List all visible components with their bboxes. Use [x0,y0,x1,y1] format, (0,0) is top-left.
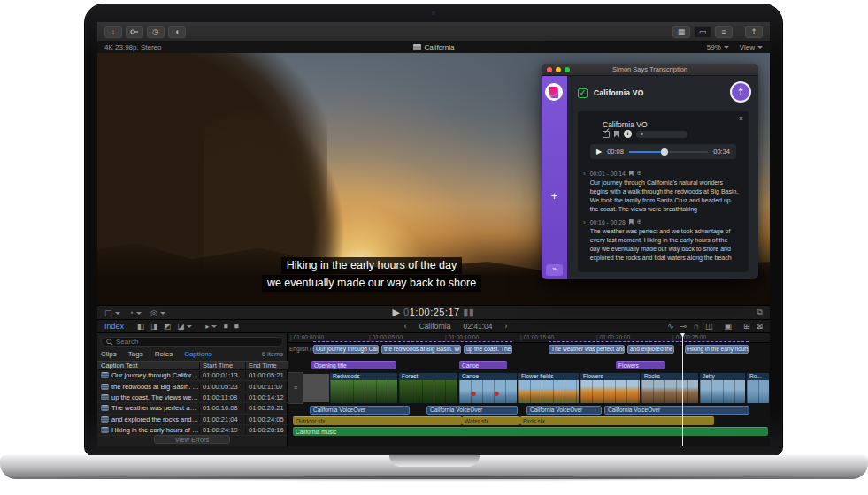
avatar[interactable] [545,83,563,101]
retime-dropdown[interactable]: ◔ [129,308,142,317]
caption-clip[interactable]: Our journey through California's ... [313,345,379,354]
caption-clip[interactable]: up the coast. The view... [464,345,512,354]
col-end-time[interactable]: End Time [245,362,288,369]
play-button[interactable]: ▶ [596,148,602,156]
voiceover-clip[interactable]: California VoiceOver [604,406,749,415]
voiceover-clip[interactable]: California VoiceOver [426,406,518,415]
zoom-level-dropdown[interactable]: 59% [707,43,729,51]
effects-dropdown[interactable]: ◎ [150,308,165,317]
voiceover-clip[interactable]: California VoiceOver [310,406,410,415]
sfx-clip[interactable]: Outdoor sfx [293,416,462,425]
viewer-display-dropdown[interactable]: ▢ [104,308,120,317]
view-dropdown[interactable]: View [740,43,763,51]
caption-clip[interactable]: the redwoods at Big Basin. We took the f… [381,345,461,354]
bookmark-icon[interactable] [629,219,634,225]
col-caption-text[interactable]: Caption Text [97,362,199,369]
video-clip[interactable]: Redwoods [329,372,398,404]
video-clip[interactable]: Flowers [580,372,641,404]
filmstrip-view-button[interactable]: ▦ [672,26,690,38]
view-errors-button[interactable]: View Errors [154,435,230,444]
caption-clip[interactable]: Hiking in the early hours of t... [685,345,749,354]
connect-clip-icon[interactable]: ◧ [137,322,144,331]
tab-tags[interactable]: Tags [128,350,143,358]
video-clip[interactable]: Rocks [641,372,699,404]
caption-clip[interactable]: The weather was perfect and we t... [549,345,625,354]
tab-clips[interactable]: Clips [101,350,117,358]
timeline-history-back[interactable]: ‹ [404,322,407,331]
video-clip[interactable]: Ro... [746,372,770,404]
skimming-icon[interactable]: ∿ [667,322,674,331]
table-row[interactable]: the redwoods at Big Basin. We t... 01:00… [97,381,288,392]
entry-timerange: 00:16 - 00:28 [590,219,626,225]
sfx-clip[interactable]: Birds sfx [520,416,714,425]
solo-icon[interactable]: ∩ [693,322,698,331]
audio-skimming-icon[interactable]: ⊸ [680,322,687,331]
export-button[interactable]: ↥ [730,81,751,103]
video-clip[interactable]: Forest [398,372,458,404]
simon-title-bar[interactable]: Simon Says Transcription [542,64,758,76]
search-input[interactable]: Search [101,337,283,346]
append-clip-icon[interactable]: ◩ [164,322,171,331]
transcript-entry[interactable]: › 00:01 - 00:14 ⊕ Our journey through Ca… [583,170,742,214]
timeline-appearance-icon[interactable]: ⊞ [743,322,750,331]
tab-roles[interactable]: Roles [155,350,173,358]
seek-slider[interactable] [629,151,708,153]
track-header-icon[interactable]: ≡ [288,372,303,404]
insert-clip-icon[interactable]: ◨ [150,322,157,331]
video-clip[interactable]: Canoe [458,372,518,404]
fullscreen-icon[interactable]: ⧉ [757,308,763,316]
toolbar-left-group: ↓ ◷ ◖ [104,26,186,38]
timeline-ruler[interactable]: 01:00:00:00 01:00:05:00 01:00:10:00 01:0… [288,333,770,343]
playhead[interactable] [682,333,683,446]
collapse-sidebar-button[interactable]: » [546,264,563,276]
timeline[interactable]: 01:00:00:00 01:00:05:00 01:00:10:00 01:0… [288,333,770,446]
marker-button[interactable]: ■ [234,322,239,331]
table-row[interactable]: The weather was perfect and w... 01:00:1… [97,403,288,414]
table-row[interactable]: and explored the rocks and tidal... 01:0… [97,415,288,425]
timeline-expand-icon[interactable]: ⊠ [756,322,763,331]
gap-clip[interactable] [303,374,329,402]
slider-thumb[interactable] [661,148,668,156]
bookmark-icon[interactable] [629,171,634,176]
voiceover-clip[interactable]: California VoiceOver [526,406,602,415]
audio-meters-icon[interactable]: ▣ [724,322,732,331]
video-clip[interactable]: Flower fields [518,372,580,404]
index-button[interactable]: Index [104,322,124,331]
globe-icon[interactable]: ⊕ [637,218,642,225]
format-info: 4K 23.98p, Stereo [104,43,281,51]
snapping-icon[interactable]: ◫ [705,322,713,331]
total-time: 00:34 [713,148,730,156]
add-project-button[interactable]: + [542,189,567,202]
tab-captions[interactable]: Captions [184,350,212,358]
keyword-editor-button[interactable] [126,26,143,38]
background-tasks-button[interactable]: ◷ [147,26,165,38]
share-button[interactable]: ↥ [745,26,763,38]
table-row[interactable]: Our journey through California's... 01:0… [97,370,288,381]
sfx-clip[interactable]: Water sfx [462,416,520,425]
import-media-button[interactable]: ↓ [104,26,122,38]
list-view-button[interactable]: ▭ [694,26,711,38]
table-row[interactable]: up the coast. The views were br... 01:00… [97,392,288,403]
caption-clip[interactable]: and explored the rock... [627,345,674,354]
col-start-time[interactable]: Start Time [199,362,245,369]
title-clip[interactable]: Opening title [311,361,396,369]
globe-icon[interactable]: ⊕ [637,170,642,177]
video-clip[interactable]: Jetty [699,372,746,404]
info-icon[interactable]: i [624,130,632,138]
caption-icon [101,427,109,433]
trim-button[interactable]: ■ [223,322,227,331]
tool-select-dropdown[interactable]: ▸ [205,322,217,331]
current-time: 00:08 [607,148,624,156]
timeline-history-forward[interactable]: › [505,322,508,331]
adjustments-button[interactable]: ≡ [715,26,733,38]
close-icon[interactable]: × [739,114,743,123]
index-tabs: Clips Tags Roles Captions 6 items [101,350,283,358]
transcript-entry[interactable]: › 00:16 - 00:28 ⊕ The weather was perfec… [583,218,742,263]
music-clip[interactable]: California music [293,427,768,436]
comment-button[interactable]: ◖ [168,26,186,38]
bookmark-icon[interactable] [614,131,619,138]
title-clip[interactable]: Flowers [616,361,665,369]
overwrite-clip-icon[interactable]: ◪ [177,322,192,331]
title-clip[interactable]: Canoe [459,361,507,369]
edit-icon[interactable] [603,131,610,138]
